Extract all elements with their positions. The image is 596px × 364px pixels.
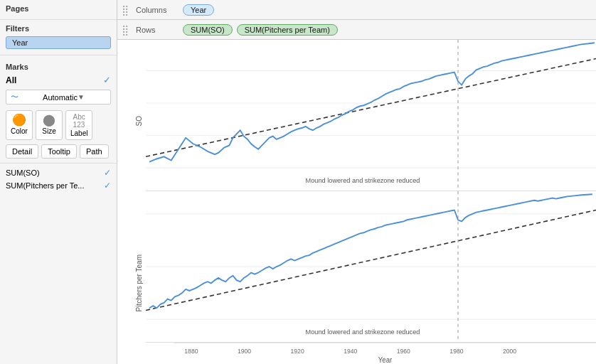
filters-label: Filters [0, 20, 117, 35]
charts-wrapper: SO Pitchers per Team [117, 40, 596, 364]
x-axis-svg: 1880 1900 1920 1940 1960 1980 2000 Year [174, 343, 596, 364]
svg-text:Year: Year [378, 355, 393, 364]
measure-pitchers: SUM(Pitchers per Te... ✓ [0, 179, 117, 192]
rows-drag-handle[interactable]: ⣿ [122, 24, 129, 36]
marks-label: Marks [0, 58, 117, 73]
svg-text:1920: 1920 [291, 348, 304, 355]
x-axis-area: 1880 1900 1920 1940 1960 1980 2000 Year [146, 343, 596, 364]
label-icon: Abc123 [73, 113, 85, 129]
measures-section: SUM(SO) ✓ SUM(Pitchers per Te... ✓ [0, 164, 117, 195]
svg-text:1880: 1880 [184, 348, 198, 355]
marks-checkmark-icon: ✓ [103, 75, 111, 85]
sidebar: Pages Filters Year Marks All ✓ 〜 Automat… [0, 0, 117, 364]
marks-detail-row: Detail Tooltip Path [0, 143, 117, 160]
svg-text:Mound lowered and strikezone r: Mound lowered and strikezone reduced [306, 177, 420, 184]
marks-all-row: All ✓ [0, 73, 117, 87]
svg-text:Mound lowered and strikezone r: Mound lowered and strikezone reduced [306, 328, 420, 336]
chart-area: SO Pitchers per Team [117, 40, 596, 364]
pages-section: Pages [0, 0, 117, 20]
filter-year[interactable]: Year [6, 36, 111, 49]
rows-label: Rows [136, 26, 179, 34]
y-axis-so-label: SO [135, 116, 143, 126]
wave-icon: 〜 [11, 92, 39, 102]
size-button[interactable]: ⬤ Size [36, 110, 63, 140]
svg-line-17 [146, 210, 596, 311]
y-labels-area: SO Pitchers per Team [117, 40, 146, 364]
detail-button[interactable]: Detail [6, 144, 38, 159]
y-axis-so: SO [117, 40, 146, 202]
svg-line-8 [146, 59, 596, 157]
size-icon: ⬤ [43, 113, 55, 127]
chart-panels: 0 2 4 6 Mound lowered and strikezone red… [146, 40, 596, 364]
tooltip-button[interactable]: Tooltip [41, 144, 77, 159]
measure-sum-so: SUM(SO) ✓ [0, 166, 117, 179]
top-chart-svg: 0 2 4 6 Mound lowered and strikezone red… [146, 40, 596, 191]
pages-label: Pages [0, 0, 117, 15]
marks-buttons: 🟠 Color ⬤ Size Abc123 Label [0, 107, 117, 143]
label-label: Label [70, 129, 87, 137]
svg-text:2000: 2000 [503, 348, 516, 355]
marks-all-label: All [6, 75, 16, 85]
rows-sum-so-pill[interactable]: SUM(SO) [183, 24, 233, 36]
svg-text:1940: 1940 [344, 348, 357, 355]
color-label: Color [11, 127, 28, 135]
size-label: Size [42, 127, 55, 135]
y-axis-pitchers-label: Pitchers per Team [135, 255, 143, 311]
columns-drag-handle[interactable]: ⣿ [122, 4, 129, 16]
main-area: ⣿ Columns Year ⣿ Rows SUM(SO) SUM(Pitche… [117, 0, 596, 364]
automatic-dropdown[interactable]: 〜 Automatic ▼ [6, 90, 111, 105]
bottom-chart-panel: 0 10 20 Mound lowered and strikezone red… [146, 191, 596, 343]
svg-text:1960: 1960 [397, 348, 410, 355]
dropdown-arrow-icon: ▼ [78, 93, 106, 101]
filters-section: Filters Year [0, 20, 117, 55]
columns-year-pill[interactable]: Year [183, 4, 214, 16]
measure-check-icon: ✓ [104, 168, 111, 178]
color-button[interactable]: 🟠 Color [6, 110, 33, 140]
rows-shelf: ⣿ Rows SUM(SO) SUM(Pitchers per Team) [117, 20, 596, 40]
columns-label: Columns [136, 6, 179, 14]
label-button[interactable]: Abc123 Label [65, 110, 92, 140]
automatic-label: Automatic [43, 93, 78, 102]
y-axis-pitchers: Pitchers per Team [117, 202, 146, 364]
top-chart-panel: 0 2 4 6 Mound lowered and strikezone red… [146, 40, 596, 191]
bottom-chart-svg: 0 10 20 Mound lowered and strikezone red… [146, 191, 596, 342]
measure-sum-so-label: SUM(SO) [6, 168, 40, 177]
measure-pitchers-label: SUM(Pitchers per Te... [6, 181, 84, 190]
path-button[interactable]: Path [80, 144, 109, 159]
svg-text:1980: 1980 [449, 348, 463, 355]
color-icon: 🟠 [12, 113, 26, 127]
measure-pitchers-check-icon: ✓ [104, 181, 111, 191]
marks-section: Marks All ✓ 〜 Automatic ▼ 🟠 Color ⬤ Size… [0, 55, 117, 164]
columns-shelf: ⣿ Columns Year [117, 0, 596, 20]
svg-text:1900: 1900 [238, 348, 251, 355]
rows-pitchers-pill[interactable]: SUM(Pitchers per Team) [237, 24, 338, 36]
